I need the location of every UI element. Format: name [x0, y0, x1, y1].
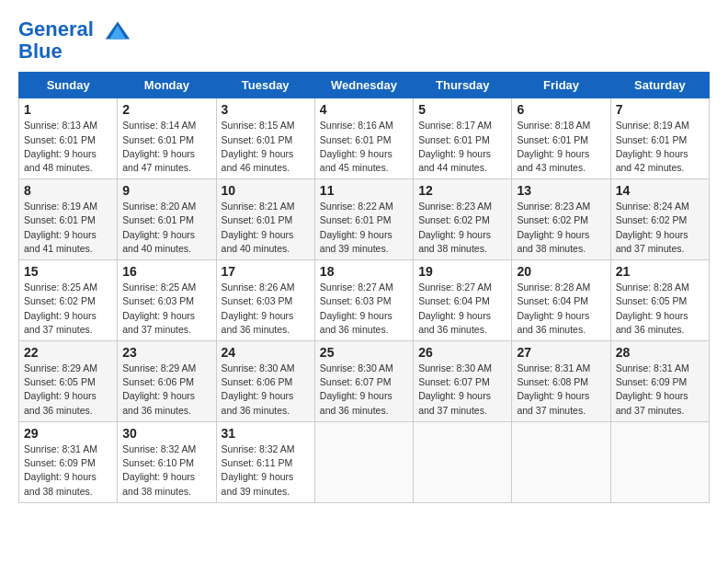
day-info: Sunrise: 8:29 AMSunset: 6:05 PMDaylight:… — [24, 362, 97, 416]
calendar-cell: 23 Sunrise: 8:29 AMSunset: 6:06 PMDaylig… — [118, 341, 216, 422]
calendar-cell: 4 Sunrise: 8:16 AMSunset: 6:01 PMDayligh… — [314, 98, 413, 179]
day-number: 22 — [24, 345, 112, 360]
calendar-cell: 12 Sunrise: 8:23 AMSunset: 6:02 PMDaylig… — [414, 179, 512, 260]
calendar-cell: 1 Sunrise: 8:13 AMSunset: 6:01 PMDayligh… — [19, 98, 118, 179]
calendar-cell: 27 Sunrise: 8:31 AMSunset: 6:08 PMDaylig… — [512, 341, 610, 422]
day-info: Sunrise: 8:25 AMSunset: 6:02 PMDaylight:… — [24, 282, 97, 335]
calendar-cell: 2 Sunrise: 8:14 AMSunset: 6:01 PMDayligh… — [118, 98, 216, 179]
day-number: 12 — [418, 183, 506, 198]
calendar-cell: 3 Sunrise: 8:15 AMSunset: 6:01 PMDayligh… — [216, 98, 314, 179]
calendar-week-row: 1 Sunrise: 8:13 AMSunset: 6:01 PMDayligh… — [19, 98, 710, 179]
calendar-cell: 17 Sunrise: 8:26 AMSunset: 6:03 PMDaylig… — [216, 260, 314, 341]
logo-text: General — [18, 18, 134, 40]
day-number: 20 — [517, 264, 605, 279]
calendar-cell: 14 Sunrise: 8:24 AMSunset: 6:02 PMDaylig… — [610, 179, 709, 260]
calendar-cell: 20 Sunrise: 8:28 AMSunset: 6:04 PMDaylig… — [512, 260, 610, 341]
calendar-cell: 21 Sunrise: 8:28 AMSunset: 6:05 PMDaylig… — [610, 260, 709, 341]
weekday-header: Wednesday — [314, 73, 413, 98]
day-info: Sunrise: 8:16 AMSunset: 6:01 PMDaylight:… — [320, 120, 393, 173]
day-number: 30 — [122, 426, 210, 441]
day-info: Sunrise: 8:27 AMSunset: 6:03 PMDaylight:… — [320, 282, 393, 335]
calendar-cell — [610, 421, 709, 502]
day-info: Sunrise: 8:28 AMSunset: 6:05 PMDaylight:… — [616, 282, 689, 335]
weekday-header-row: SundayMondayTuesdayWednesdayThursdayFrid… — [19, 73, 710, 98]
calendar-week-row: 29 Sunrise: 8:31 AMSunset: 6:09 PMDaylig… — [19, 421, 710, 502]
day-info: Sunrise: 8:21 AMSunset: 6:01 PMDaylight:… — [222, 201, 295, 254]
day-number: 7 — [616, 102, 704, 117]
day-info: Sunrise: 8:30 AMSunset: 6:07 PMDaylight:… — [418, 362, 492, 416]
calendar-cell: 25 Sunrise: 8:30 AMSunset: 6:07 PMDaylig… — [314, 341, 413, 422]
day-info: Sunrise: 8:23 AMSunset: 6:02 PMDaylight:… — [418, 201, 492, 254]
day-number: 31 — [222, 426, 310, 441]
day-info: Sunrise: 8:23 AMSunset: 6:02 PMDaylight:… — [517, 201, 590, 254]
day-info: Sunrise: 8:19 AMSunset: 6:01 PMDaylight:… — [616, 120, 689, 173]
calendar-cell: 9 Sunrise: 8:20 AMSunset: 6:01 PMDayligh… — [118, 179, 216, 260]
calendar-week-row: 15 Sunrise: 8:25 AMSunset: 6:02 PMDaylig… — [19, 260, 710, 341]
day-info: Sunrise: 8:15 AMSunset: 6:01 PMDaylight:… — [222, 120, 295, 173]
logo: General Blue — [18, 18, 134, 63]
day-number: 13 — [517, 183, 605, 198]
day-number: 4 — [320, 102, 408, 117]
day-number: 27 — [517, 345, 605, 360]
day-number: 19 — [418, 264, 506, 279]
day-info: Sunrise: 8:31 AMSunset: 6:08 PMDaylight:… — [517, 362, 590, 416]
day-info: Sunrise: 8:31 AMSunset: 6:09 PMDaylight:… — [24, 443, 97, 497]
calendar-cell: 5 Sunrise: 8:17 AMSunset: 6:01 PMDayligh… — [414, 98, 512, 179]
day-info: Sunrise: 8:24 AMSunset: 6:02 PMDaylight:… — [616, 201, 689, 254]
header: General Blue — [18, 18, 710, 63]
calendar-cell: 10 Sunrise: 8:21 AMSunset: 6:01 PMDaylig… — [216, 179, 314, 260]
calendar-cell: 16 Sunrise: 8:25 AMSunset: 6:03 PMDaylig… — [118, 260, 216, 341]
day-number: 5 — [418, 102, 506, 117]
calendar-cell: 11 Sunrise: 8:22 AMSunset: 6:01 PMDaylig… — [314, 179, 413, 260]
day-info: Sunrise: 8:18 AMSunset: 6:01 PMDaylight:… — [517, 120, 590, 173]
calendar-cell: 19 Sunrise: 8:27 AMSunset: 6:04 PMDaylig… — [414, 260, 512, 341]
weekday-header: Tuesday — [216, 73, 314, 98]
day-number: 11 — [320, 183, 408, 198]
calendar-cell: 13 Sunrise: 8:23 AMSunset: 6:02 PMDaylig… — [512, 179, 610, 260]
day-number: 21 — [616, 264, 704, 279]
day-number: 17 — [222, 264, 310, 279]
calendar-cell: 15 Sunrise: 8:25 AMSunset: 6:02 PMDaylig… — [19, 260, 118, 341]
day-number: 9 — [122, 183, 210, 198]
weekday-header: Saturday — [610, 73, 709, 98]
calendar-cell: 8 Sunrise: 8:19 AMSunset: 6:01 PMDayligh… — [19, 179, 118, 260]
day-number: 1 — [24, 102, 112, 117]
calendar-cell: 7 Sunrise: 8:19 AMSunset: 6:01 PMDayligh… — [610, 98, 709, 179]
weekday-header: Sunday — [19, 73, 118, 98]
day-number: 23 — [122, 345, 210, 360]
calendar-cell: 28 Sunrise: 8:31 AMSunset: 6:09 PMDaylig… — [610, 341, 709, 422]
day-info: Sunrise: 8:27 AMSunset: 6:04 PMDaylight:… — [418, 282, 492, 335]
day-info: Sunrise: 8:31 AMSunset: 6:09 PMDaylight:… — [616, 362, 689, 416]
calendar: SundayMondayTuesdayWednesdayThursdayFrid… — [18, 72, 710, 502]
day-info: Sunrise: 8:32 AMSunset: 6:10 PMDaylight:… — [122, 443, 196, 497]
day-info: Sunrise: 8:32 AMSunset: 6:11 PMDaylight:… — [222, 443, 295, 497]
day-number: 2 — [122, 102, 210, 117]
calendar-cell: 29 Sunrise: 8:31 AMSunset: 6:09 PMDaylig… — [19, 421, 118, 502]
calendar-cell: 30 Sunrise: 8:32 AMSunset: 6:10 PMDaylig… — [118, 421, 216, 502]
day-info: Sunrise: 8:25 AMSunset: 6:03 PMDaylight:… — [122, 282, 196, 335]
calendar-cell: 22 Sunrise: 8:29 AMSunset: 6:05 PMDaylig… — [19, 341, 118, 422]
day-number: 10 — [222, 183, 310, 198]
day-number: 24 — [222, 345, 310, 360]
day-number: 25 — [320, 345, 408, 360]
weekday-header: Monday — [118, 73, 216, 98]
calendar-cell: 26 Sunrise: 8:30 AMSunset: 6:07 PMDaylig… — [414, 341, 512, 422]
day-number: 26 — [418, 345, 506, 360]
day-info: Sunrise: 8:26 AMSunset: 6:03 PMDaylight:… — [222, 282, 295, 335]
day-info: Sunrise: 8:22 AMSunset: 6:01 PMDaylight:… — [320, 201, 393, 254]
weekday-header: Thursday — [414, 73, 512, 98]
calendar-cell — [512, 421, 610, 502]
calendar-cell: 24 Sunrise: 8:30 AMSunset: 6:06 PMDaylig… — [216, 341, 314, 422]
logo-blue: Blue — [18, 40, 134, 63]
weekday-header: Friday — [512, 73, 610, 98]
day-info: Sunrise: 8:13 AMSunset: 6:01 PMDaylight:… — [24, 120, 97, 173]
day-info: Sunrise: 8:30 AMSunset: 6:06 PMDaylight:… — [222, 362, 295, 416]
calendar-cell: 31 Sunrise: 8:32 AMSunset: 6:11 PMDaylig… — [216, 421, 314, 502]
calendar-cell — [414, 421, 512, 502]
day-info: Sunrise: 8:14 AMSunset: 6:01 PMDaylight:… — [122, 120, 196, 173]
day-info: Sunrise: 8:19 AMSunset: 6:01 PMDaylight:… — [24, 201, 97, 254]
calendar-week-row: 22 Sunrise: 8:29 AMSunset: 6:05 PMDaylig… — [19, 341, 710, 422]
day-info: Sunrise: 8:28 AMSunset: 6:04 PMDaylight:… — [517, 282, 590, 335]
calendar-cell: 18 Sunrise: 8:27 AMSunset: 6:03 PMDaylig… — [314, 260, 413, 341]
day-info: Sunrise: 8:17 AMSunset: 6:01 PMDaylight:… — [418, 120, 492, 173]
